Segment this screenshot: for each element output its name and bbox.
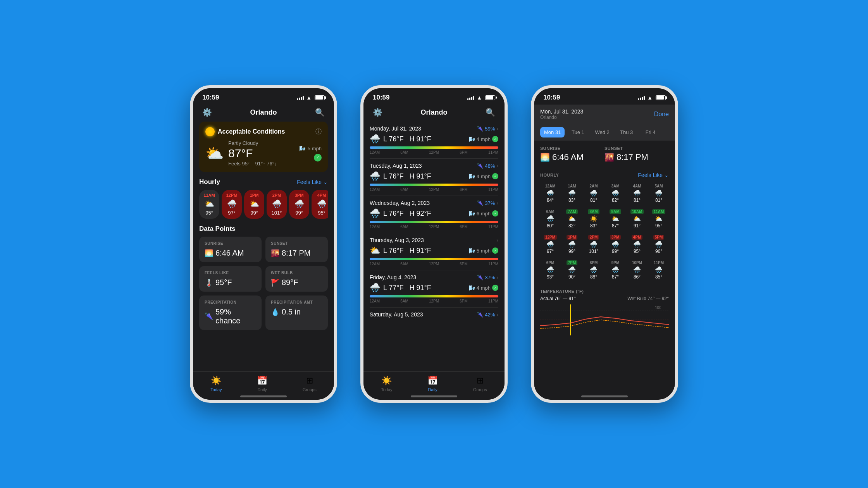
temp-bar-4 [370, 295, 498, 297]
data-card-precip-amt: PRECIPITATION AMT 💧 0.5 in [265, 296, 328, 330]
done-button[interactable]: Done [654, 111, 669, 118]
tab-daily-1[interactable]: 📅 Daily [257, 376, 267, 392]
daily-row-1[interactable]: Tuesday, Aug 1, 2023 🌂 48% › 🌧️ L 76°F H… [370, 159, 498, 196]
hourly-time-2-0: 12PM [544, 235, 557, 240]
tab-today-1[interactable]: ☀️ Today [210, 376, 222, 392]
hourly-cell-0-4: 4AM 🌧️ 81° [627, 182, 647, 204]
tab-groups-2[interactable]: ⊞ Groups [473, 376, 487, 392]
hourly-cell-3-2: 8PM 🌧️ 88° [584, 259, 604, 281]
wind-icon: 🌬️ [299, 146, 305, 151]
nav-bar-1: ⚙️ Orlando 🔍 [193, 105, 334, 122]
green-status-1: ✓ [492, 173, 498, 179]
precip-icon-5: 🌂 [477, 312, 483, 318]
tab-daily-2[interactable]: 📅 Daily [427, 376, 438, 392]
daily-row-header-1: Tuesday, Aug 1, 2023 🌂 48% › [370, 163, 498, 169]
temp-wetbulb: Wet Bulb 74° — 92° [627, 296, 669, 301]
hourly-section-header: Hourly Feels Like ⌄ [199, 178, 328, 186]
data-card-precipamt-value: 💧 0.5 in [271, 308, 322, 316]
hourly-icon-1-4: ⛅ [633, 215, 641, 222]
daily-row-5[interactable]: Saturday, Aug 5, 2023 🌂 42% › [370, 308, 498, 324]
data-card-sunset: SUNSET 🌇 8:17 PM [265, 237, 328, 262]
phone-daily: 10:59 ▲ ⚙️ Orlando 🔍 [360, 85, 508, 403]
gear-icon-1[interactable]: ⚙️ [201, 106, 213, 119]
status-bar-2: 10:59 ▲ [363, 88, 505, 105]
precip-icon: 🌂 [205, 312, 213, 321]
data-card-feelslike-value: 🌡️ 95°F [205, 278, 256, 287]
feels-like-btn-3[interactable]: Feels Like ⌄ [638, 172, 669, 178]
sun-circle-icon [205, 127, 215, 136]
tab-groups-icon-2: ⊞ [477, 376, 484, 386]
day-tabs: Mon 31 Tue 1 Wed 2 Thu 3 Fri 4 [534, 124, 675, 141]
battery-fill-3 [656, 96, 664, 100]
daily-row-2[interactable]: Wednesday, Aug 2, 2023 🌂 37% › 🌧️ L 76°F… [370, 196, 498, 233]
day-tab-4[interactable]: Fri 4 [640, 127, 661, 137]
tab-today-2[interactable]: ☀️ Today [381, 376, 392, 392]
tab-today-label-1: Today [210, 387, 222, 392]
daily-wind-3: 🌬️ 5 mph ✓ [469, 247, 498, 254]
daily-row-3[interactable]: Thursday, Aug 3, 2023 › ⛅ L 76°F H 91°F … [370, 233, 498, 270]
daily-row-0[interactable]: Monday, Jul 31, 2023 🌂 59% › 🌧️ L 76°F H… [370, 122, 498, 159]
hour-time-4: 3PM [295, 193, 304, 198]
daily-main-2: 🌧️ L 76°F H 92°F 🌬️ 6 mph ✓ [370, 208, 498, 218]
temp-bar-2 [370, 221, 498, 223]
hour-time-3: 2PM [272, 193, 281, 198]
daily-main-3: ⛅ L 76°F H 91°F 🌬️ 5 mph ✓ [370, 246, 498, 256]
hourly-temp-0-5: 81° [655, 198, 662, 203]
hourly-time-1-5: 11AM [652, 209, 666, 214]
hourly-time-0-3: 3AM [610, 184, 621, 189]
chevron-right-1: › [496, 163, 498, 169]
search-icon-1[interactable]: 🔍 [314, 106, 326, 119]
phone-today: 10:59 ▲ ⚙️ Orlando 🔍 [190, 85, 337, 403]
status-bar-1: 10:59 ▲ [193, 88, 334, 105]
hour-chip-2: 1PM ⛅ 99° [244, 190, 264, 219]
hourly-cell-1-0: 6AM 🌧️ 80° [540, 208, 560, 230]
hourly-icon-0-3: 🌧️ [611, 189, 619, 197]
temp-actual: Actual 76° — 91° [540, 296, 576, 301]
hourly-grid-row-3: 6PM 🌧️ 93° 7PM 🌧️ 90° 8PM 🌧️ 88° [540, 259, 669, 281]
hourly-icon-0-0: 🌧️ [546, 189, 554, 197]
hour-icon-1: 🌧️ [227, 199, 237, 208]
day-tab-3[interactable]: Thu 3 [616, 127, 637, 137]
day-tab-2[interactable]: Wed 2 [591, 127, 613, 137]
hourly-cell-3-0: 6PM 🌧️ 93° [540, 259, 560, 281]
info-icon[interactable]: ⓘ [315, 128, 322, 136]
hour-temp-1: 97° [228, 210, 236, 216]
hour-icon-2: ⛅ [250, 199, 259, 208]
daily-wind-1: 🌬️ 4 mph ✓ [469, 173, 498, 179]
hourly-icon-2-4: 🌧️ [633, 241, 641, 248]
sunrise-time: 🌅 6:46 AM [540, 152, 604, 162]
data-card-sunrise: SUNRISE 🌅 6:46 AM [199, 237, 262, 262]
status-time-2: 10:59 [373, 94, 389, 101]
feels-like-filter[interactable]: Feels Like ⌄ [297, 179, 328, 185]
hour-chip-0: 11AM ⛅ 95° [199, 190, 219, 219]
hourly-cell-2-2: 2PM 🌧️ 101° [584, 233, 604, 256]
day-tab-0[interactable]: Mon 31 [540, 127, 565, 137]
hourly-icon-2-5: 🌧️ [655, 241, 663, 248]
hourly-temp-2-4: 95° [634, 249, 641, 254]
tab-groups-1[interactable]: ⊞ Groups [303, 376, 317, 392]
daily-row-4[interactable]: Friday, Aug 4, 2023 🌂 37% › 🌧️ L 77°F H … [370, 270, 498, 308]
hourly-grid-header: HOURLY Feels Like ⌄ [540, 172, 669, 178]
wind-icon-2: 🌬️ [469, 211, 475, 217]
daily-precip-2: 🌂 37% › [477, 200, 498, 206]
hour-icon-4: 🌧️ [294, 199, 304, 208]
conditions-card: Acceptable Conditions ⓘ ⛅ Partly Cloudy … [199, 122, 328, 172]
date-sub: Orlando [540, 115, 583, 120]
time-labels-4: 12AM6AM12PM6PM11PM [370, 299, 498, 303]
gear-icon-2[interactable]: ⚙️ [371, 106, 384, 119]
day-tab-1[interactable]: Tue 1 [567, 127, 589, 137]
hourly-temp-3-0: 93° [547, 274, 554, 280]
hourly-temp-0-0: 84° [547, 198, 554, 203]
data-card-precip: PRECIPITATION 🌂 59% chance [199, 296, 262, 330]
search-icon-2[interactable]: 🔍 [484, 106, 497, 119]
tab-groups-icon-1: ⊞ [306, 376, 313, 386]
hourly-cell-3-4: 10PM 🌧️ 86° [627, 259, 647, 281]
hourly-time-1-1: 7AM [566, 209, 577, 214]
temp-bar-1 [370, 184, 498, 186]
daily-date-1: Tuesday, Aug 1, 2023 [370, 163, 422, 169]
nav-bar-2: ⚙️ Orlando 🔍 [363, 105, 505, 122]
hourly-temp-0-2: 81° [590, 198, 597, 203]
hourly-section-3: HOURLY Feels Like ⌄ 12AM 🌧️ 84° 1AM 🌧️ [534, 168, 675, 285]
daily-row-header-4: Friday, Aug 4, 2023 🌂 37% › [370, 274, 498, 280]
daily-temps-3: L 76°F H 91°F [383, 247, 466, 255]
